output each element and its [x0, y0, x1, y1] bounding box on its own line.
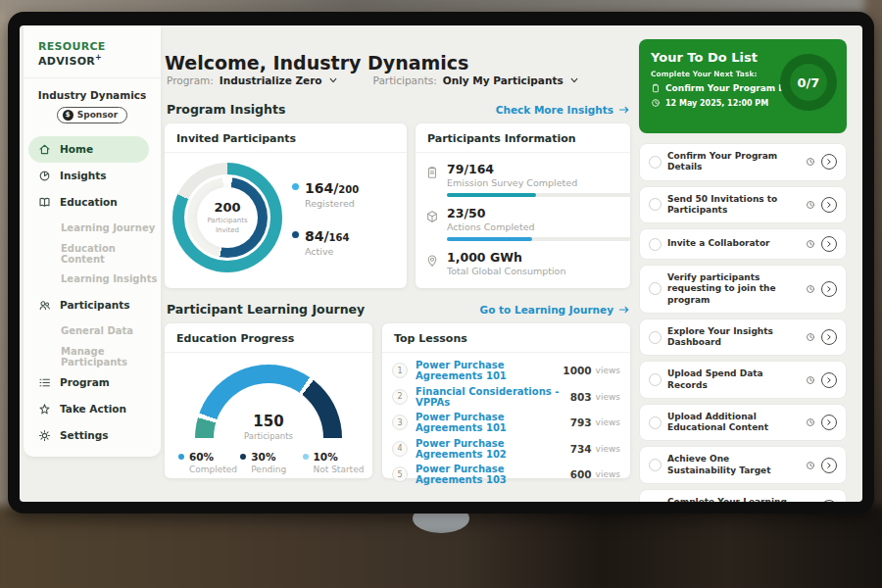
sponsor-icon: $: [63, 110, 74, 121]
gauge-center-value: 150: [195, 413, 342, 430]
task-item[interactable]: Upload Additional Educational Content: [639, 404, 847, 442]
task-item[interactable]: Upload Spend Data Records: [639, 361, 847, 399]
task-checkbox[interactable]: [649, 198, 662, 211]
clock-icon: [806, 417, 815, 427]
task-checkbox[interactable]: [649, 416, 662, 429]
legend-dot: [178, 454, 184, 460]
sidebar-item-education[interactable]: Education: [24, 189, 161, 216]
lesson-link[interactable]: Power Purchase Agreements 102: [416, 438, 570, 460]
chevron-right-icon: [825, 285, 833, 293]
program-value: Industrialize Zero: [220, 74, 322, 86]
actions-completed-row: 23/50 Actions Completed: [425, 206, 618, 241]
sidebar-item-learning-insights[interactable]: Learning Insights: [24, 267, 161, 292]
gauge-legend: 60% Completed 30% Pending 10% Not Starte…: [165, 439, 372, 474]
task-open-button[interactable]: [821, 500, 837, 502]
emission-survey-row: 79/164 Emission Survey Completed: [425, 162, 618, 197]
task-checkbox[interactable]: [649, 373, 662, 386]
legend-dot: [303, 454, 309, 460]
donut-center-label: Participants Invited: [199, 217, 256, 235]
check-more-insights-link[interactable]: Check More Insights: [496, 104, 630, 116]
chevron-right-icon: [825, 201, 833, 209]
task-item[interactable]: Achieve One Sustainability Target: [639, 446, 847, 484]
photo-stage: RESOURCE ADVISOR+ Industry Dynamics $ Sp…: [0, 0, 882, 588]
task-open-button[interactable]: [821, 281, 837, 297]
task-checkbox[interactable]: [649, 156, 662, 169]
sidebar-item-home[interactable]: Home: [28, 136, 149, 163]
clock-icon: [651, 98, 661, 108]
monitor-bezel: RESOURCE ADVISOR+ Industry Dynamics $ Sp…: [8, 12, 874, 514]
sidebar-item-label: Participants: [60, 299, 129, 311]
section-title: Participant Learning Journey: [167, 302, 365, 317]
sidebar-item-participants[interactable]: Participants: [24, 292, 161, 318]
task-checkbox[interactable]: [649, 282, 662, 295]
task-open-button[interactable]: [821, 458, 837, 473]
chevron-right-icon: [825, 418, 833, 426]
settings-icon: [38, 429, 51, 442]
survey-icon: [425, 166, 439, 179]
program-icon: [38, 376, 51, 389]
education-gauge-chart: 150 Participants: [195, 365, 342, 439]
legend-dot: [240, 454, 246, 460]
task-open-button[interactable]: [821, 154, 837, 170]
sidebar-item-general-data[interactable]: General Data: [24, 318, 161, 344]
chevron-right-icon: [825, 240, 833, 248]
clock-icon: [806, 200, 815, 210]
sidebar-item-manage-participants[interactable]: Manage Participants: [24, 344, 161, 369]
actions-progress-bar: [447, 237, 633, 241]
task-open-button[interactable]: [821, 329, 837, 345]
lesson-rank: 5: [392, 466, 408, 482]
invited-participants-card: Invited Participants 200 Participants In…: [165, 123, 407, 288]
task-open-button[interactable]: [821, 236, 837, 252]
clipboard-icon: [651, 83, 661, 93]
task-item[interactable]: Send 50 Invitations to Participants: [639, 186, 847, 224]
clock-icon: [806, 284, 815, 294]
task-open-button[interactable]: [821, 415, 837, 430]
task-item[interactable]: Explore Your Insights Dashboard: [639, 318, 847, 357]
lesson-rank: 4: [392, 441, 408, 457]
lesson-link[interactable]: Power Purchase Agreements 101: [416, 412, 570, 433]
donut-legend: 164/200 Registered 84/164 Active: [292, 178, 359, 257]
section-title: Program Insights: [167, 102, 285, 117]
lesson-link[interactable]: Power Purchase Agreements 101: [416, 360, 563, 381]
task-checkbox[interactable]: [649, 502, 662, 503]
lesson-link[interactable]: Financial Considerations - VPPAs: [416, 386, 570, 408]
task-item[interactable]: Invite a Collaborator: [639, 228, 847, 260]
sponsor-badge: $ Sponsor: [57, 107, 128, 123]
sidebar-item-label: Take Action: [60, 403, 126, 415]
education-progress-card: Education Progress 150 Participants 60% …: [165, 323, 372, 478]
chevron-down-icon: [569, 75, 579, 85]
lesson-rank: 3: [392, 415, 408, 430]
task-checkbox[interactable]: [649, 238, 662, 251]
program-dropdown[interactable]: Program: Industrialize Zero: [167, 74, 338, 86]
participants-information-card: Participants Information 79/164 Emission…: [416, 123, 630, 288]
go-to-learning-journey-link[interactable]: Go to Learning Journey: [480, 304, 630, 316]
card-title: Education Progress: [165, 323, 372, 353]
task-checkbox[interactable]: [649, 331, 662, 344]
sidebar-item-settings[interactable]: Settings: [24, 422, 161, 449]
education-icon: [38, 196, 51, 209]
task-item[interactable]: Complete Your Learning Journey: [639, 489, 847, 502]
task-checkbox[interactable]: [649, 459, 662, 471]
chevron-down-icon: [328, 75, 338, 85]
task-item[interactable]: Confirm Your Program Details: [639, 143, 847, 181]
insights-icon: [38, 170, 51, 182]
task-item[interactable]: Verify participants requesting to join t…: [639, 265, 847, 314]
sidebar-item-education-content[interactable]: Education Content: [24, 241, 161, 267]
task-list: Confirm Your Program Details Send 50 Inv…: [639, 143, 847, 502]
consumption-icon: [425, 254, 439, 268]
lesson-rank: 2: [392, 389, 408, 405]
sidebar-item-insights[interactable]: Insights: [24, 163, 161, 189]
participants-dropdown[interactable]: Participants: Only My Participants: [373, 74, 579, 86]
todo-progress-ring: 0/7: [780, 54, 837, 111]
sidebar-item-learning-journey[interactable]: Learning Journey: [24, 216, 161, 241]
task-open-button[interactable]: [821, 372, 837, 388]
sidebar-item-take-action[interactable]: Take Action: [24, 396, 161, 422]
task-open-button[interactable]: [821, 197, 837, 213]
donut-center-value: 200: [214, 200, 240, 215]
sidebar-item-program[interactable]: Program: [24, 369, 161, 396]
program-insights-header: Program Insights Check More Insights: [167, 102, 630, 117]
top-lessons-card: Top Lessons 1 Power Purchase Agreements …: [382, 323, 630, 478]
participants-icon: [38, 299, 51, 312]
chevron-right-icon: [825, 462, 833, 469]
lesson-link[interactable]: Power Purchase Agreements 103: [416, 464, 570, 485]
